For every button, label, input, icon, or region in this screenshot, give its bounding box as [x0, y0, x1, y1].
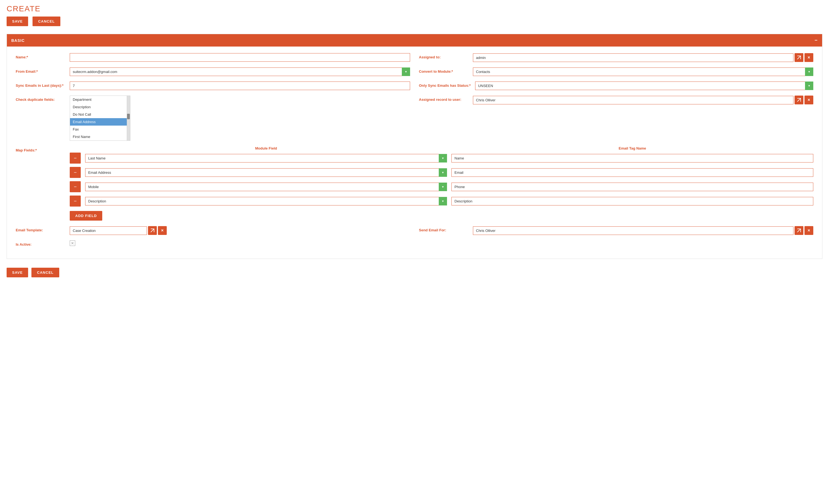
send-email-clear-button[interactable]: ×: [804, 226, 813, 235]
main-content: BASIC − Name:* Assigned to:: [0, 34, 829, 259]
map-row-2: − Email Address: [70, 167, 813, 178]
map-fields-content: Module Field Email Tag Name − Last Name: [70, 146, 813, 221]
email-template-input[interactable]: [70, 226, 147, 235]
dropdown-item-description[interactable]: Description: [70, 103, 130, 111]
assigned-to-field: ×: [473, 53, 813, 62]
send-email-field: ×: [473, 226, 813, 235]
map-row-3-select-wrapper: Mobile: [85, 183, 447, 191]
save-button-top[interactable]: SAVE: [7, 16, 28, 26]
map-row-3-tag-field: [452, 183, 813, 191]
cancel-button-bottom[interactable]: CANCEL: [31, 268, 59, 277]
dropdown-item-firstname[interactable]: First Name: [70, 133, 130, 141]
map-row-1: − Last Name: [70, 153, 813, 164]
convert-module-select[interactable]: Contacts Leads Accounts: [473, 68, 813, 76]
map-row-3-module-select[interactable]: Mobile: [85, 183, 447, 191]
name-label: Name:*: [16, 53, 65, 59]
name-row: Name:* Assigned to:: [16, 53, 813, 62]
map-row-4: − Description: [70, 196, 813, 206]
section-header: BASIC −: [7, 34, 822, 46]
is-active-field: ✕: [70, 240, 410, 246]
minus-icon-2: −: [74, 170, 77, 175]
map-row-1-select-wrapper: Last Name: [85, 154, 447, 162]
from-email-row: From Email:* suitecrm.addon@gmail.com Co…: [16, 68, 813, 76]
map-row-3-module-select-wrapper: Mobile: [85, 183, 447, 191]
map-row-4-module-select-wrapper: Description: [85, 197, 447, 205]
add-field-button[interactable]: ADD FIELD: [70, 211, 102, 221]
send-email-select-button[interactable]: [795, 226, 803, 235]
assigned-to-select-button[interactable]: [795, 53, 803, 62]
map-row-1-module-select-wrapper: Last Name: [85, 154, 447, 162]
from-email-field: suitecrm.addon@gmail.com: [70, 68, 410, 76]
remove-row-4-button[interactable]: −: [70, 196, 81, 206]
only-sync-select[interactable]: UNSEEN ALL SEEN: [475, 81, 813, 90]
basic-section: BASIC − Name:* Assigned to:: [7, 34, 822, 259]
map-row-2-module-select-wrapper: Email Address: [85, 168, 447, 177]
email-template-col: Email Template: ×: [16, 226, 410, 235]
module-field-header: Module Field: [85, 146, 447, 150]
is-active-checkbox[interactable]: ✕: [70, 240, 75, 246]
top-buttons-bar: SAVE CANCEL: [7, 16, 822, 26]
is-active-col: Is Active: ✕: [16, 240, 410, 246]
map-row-1-tag-input[interactable]: [452, 154, 813, 162]
name-input[interactable]: [70, 53, 410, 62]
dropdown-scrollbar[interactable]: [127, 96, 130, 141]
only-sync-label: Only Sync Emails has Status:*: [419, 81, 471, 87]
assigned-to-clear-button[interactable]: ×: [804, 53, 813, 62]
name-col: Name:*: [16, 53, 410, 62]
remove-row-1-button[interactable]: −: [70, 153, 81, 164]
map-row-2-tag-input[interactable]: [452, 168, 813, 177]
sync-emails-input[interactable]: [70, 81, 410, 90]
map-row-3: − Mobile: [70, 181, 813, 192]
assigned-record-input[interactable]: [473, 96, 793, 104]
map-row-4-tag-input[interactable]: [452, 197, 813, 205]
duplicate-label: Check duplicate fields:: [16, 95, 65, 102]
collapse-icon[interactable]: −: [815, 37, 818, 43]
duplicate-row: Check duplicate fields: Department Descr…: [16, 95, 813, 141]
convert-module-label: Convert to Module:*: [419, 68, 469, 74]
only-sync-select-wrapper: UNSEEN ALL SEEN: [475, 81, 813, 90]
remove-row-2-button[interactable]: −: [70, 167, 81, 178]
map-row-4-tag-field: [452, 197, 813, 205]
is-active-label: Is Active:: [16, 240, 65, 246]
close-icon: ×: [807, 55, 810, 60]
duplicate-col: Check duplicate fields: Department Descr…: [16, 95, 410, 141]
map-row-1-module-select[interactable]: Last Name: [85, 154, 447, 162]
only-sync-col: Only Sync Emails has Status:* UNSEEN ALL…: [419, 81, 813, 90]
send-email-input-group: ×: [473, 226, 813, 235]
assigned-record-input-group: ×: [473, 95, 813, 104]
cancel-button-top[interactable]: CANCEL: [33, 16, 60, 26]
email-tag-header: Email Tag Name: [452, 146, 813, 150]
send-email-col: Send Email For: ×: [419, 226, 813, 235]
duplicate-dropdown-list: Department Description Do Not Call Email…: [70, 95, 130, 141]
dropdown-item-donotcall[interactable]: Do Not Call: [70, 111, 130, 118]
dropdown-item-fax[interactable]: Fax: [70, 126, 130, 133]
dropdown-scrollbar-thumb: [127, 114, 130, 119]
email-template-input-group: ×: [70, 226, 410, 235]
is-active-row: Is Active: ✕: [16, 240, 813, 246]
send-email-label: Send Email For:: [419, 226, 469, 232]
convert-module-col: Convert to Module:* Contacts Leads Accou…: [419, 68, 813, 76]
email-template-clear-button[interactable]: ×: [158, 226, 167, 235]
sync-emails-field: [70, 81, 410, 90]
from-email-select[interactable]: suitecrm.addon@gmail.com: [70, 68, 410, 76]
map-fields-label: Map Fields:*: [16, 146, 65, 152]
section-title: BASIC: [11, 38, 25, 43]
assigned-to-input[interactable]: [473, 53, 793, 62]
assigned-to-input-group: ×: [473, 53, 813, 62]
dropdown-item-emailaddress[interactable]: Email Address: [70, 118, 130, 126]
email-template-select-button[interactable]: [148, 226, 157, 235]
map-row-2-module-select[interactable]: Email Address: [85, 168, 447, 177]
send-email-input[interactable]: [473, 226, 793, 235]
dropdown-item-department[interactable]: Department: [70, 96, 130, 103]
map-row-4-module-select[interactable]: Description: [85, 197, 447, 205]
remove-row-3-button[interactable]: −: [70, 181, 81, 192]
map-fields-row: Map Fields:* Module Field Email Tag Name…: [16, 146, 813, 221]
save-button-bottom[interactable]: SAVE: [7, 268, 28, 277]
close-icon-2: ×: [807, 98, 810, 103]
from-email-col: From Email:* suitecrm.addon@gmail.com: [16, 68, 410, 76]
assigned-record-select-button[interactable]: [795, 95, 803, 104]
map-row-4-select-wrapper: Description: [85, 197, 447, 205]
map-row-3-tag-input[interactable]: [452, 183, 813, 191]
assigned-record-clear-button[interactable]: ×: [804, 95, 813, 104]
minus-icon-1: −: [74, 156, 77, 161]
